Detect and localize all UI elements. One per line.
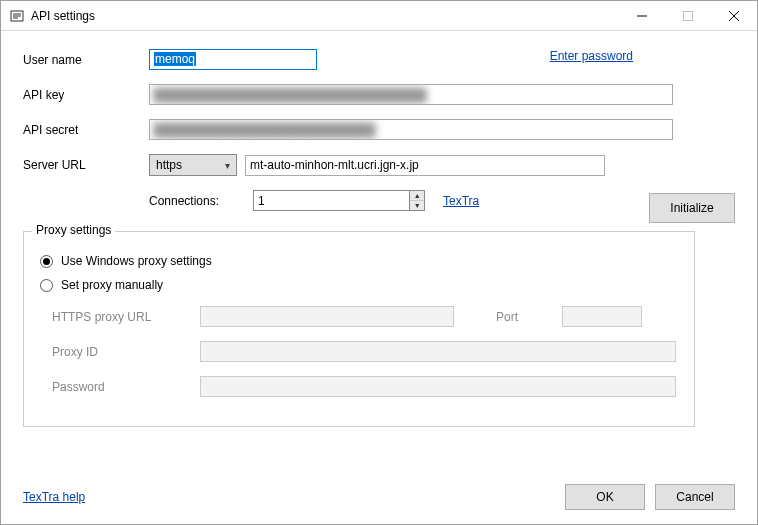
radio-checked-icon	[40, 255, 53, 268]
api-key-input[interactable]: ████████████████████████████████	[149, 84, 673, 105]
use-windows-proxy-label: Use Windows proxy settings	[61, 254, 212, 268]
proxy-password-input	[200, 376, 676, 397]
server-url-input[interactable]	[245, 155, 605, 176]
connections-spinner[interactable]: ▲ ▼	[253, 190, 425, 211]
proxy-id-input	[200, 341, 676, 362]
spin-up-icon[interactable]: ▲	[410, 191, 424, 201]
user-name-input[interactable]: memoq	[149, 49, 317, 70]
initialize-button[interactable]: Initialize	[649, 193, 735, 223]
user-name-value: memoq	[154, 52, 196, 66]
proxy-settings-group: Proxy settings Use Windows proxy setting…	[23, 231, 695, 427]
app-icon	[9, 8, 25, 24]
textra-link[interactable]: TexTra	[443, 194, 479, 208]
api-secret-input[interactable]: ██████████████████████████	[149, 119, 673, 140]
set-proxy-manually-label: Set proxy manually	[61, 278, 163, 292]
svg-rect-1	[684, 12, 693, 21]
https-proxy-url-label: HTTPS proxy URL	[52, 310, 200, 324]
spin-down-icon[interactable]: ▼	[410, 201, 424, 210]
close-button[interactable]	[711, 1, 757, 31]
api-key-label: API key	[23, 88, 149, 102]
api-secret-value: ██████████████████████████	[154, 123, 375, 137]
protocol-value: https	[156, 158, 182, 172]
connections-label: Connections:	[149, 194, 253, 208]
proxy-id-label: Proxy ID	[52, 345, 200, 359]
https-proxy-url-input	[200, 306, 454, 327]
proxy-legend: Proxy settings	[32, 223, 115, 237]
ok-button[interactable]: OK	[565, 484, 645, 510]
server-url-label: Server URL	[23, 158, 149, 172]
port-label: Port	[496, 310, 518, 324]
chevron-down-icon: ▾	[225, 160, 230, 171]
api-key-value: ████████████████████████████████	[154, 88, 426, 102]
port-input	[562, 306, 642, 327]
title-bar: API settings	[1, 1, 757, 31]
enter-password-link[interactable]: Enter password	[550, 49, 633, 63]
api-secret-label: API secret	[23, 123, 149, 137]
radio-use-windows-proxy[interactable]: Use Windows proxy settings	[40, 254, 680, 268]
radio-set-proxy-manually[interactable]: Set proxy manually	[40, 278, 680, 292]
cancel-button[interactable]: Cancel	[655, 484, 735, 510]
radio-unchecked-icon	[40, 279, 53, 292]
connections-input[interactable]	[254, 191, 409, 210]
window-title: API settings	[31, 9, 619, 23]
proxy-password-label: Password	[52, 380, 200, 394]
window-buttons	[619, 1, 757, 30]
minimize-button[interactable]	[619, 1, 665, 31]
protocol-select[interactable]: https ▾	[149, 154, 237, 176]
maximize-button	[665, 1, 711, 31]
textra-help-link[interactable]: TexTra help	[23, 490, 85, 504]
user-name-label: User name	[23, 53, 149, 67]
